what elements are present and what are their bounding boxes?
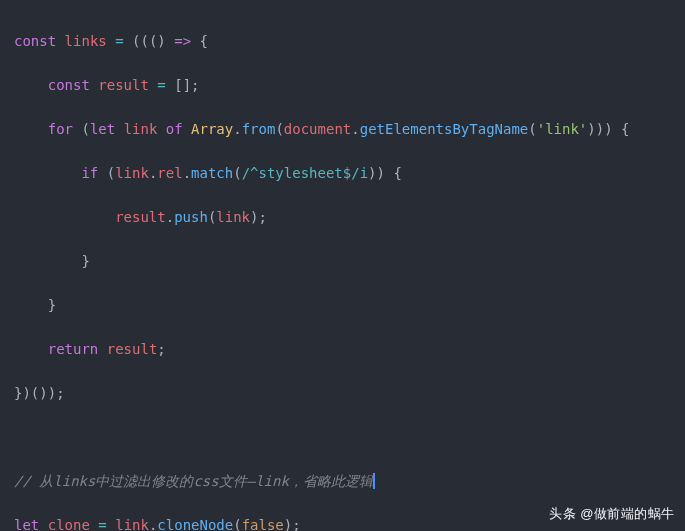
operator: => bbox=[174, 33, 191, 49]
watermark: 头条 @做前端的蜗牛 bbox=[549, 503, 675, 525]
code-line: } bbox=[14, 250, 685, 272]
identifier: result bbox=[107, 341, 158, 357]
function-call: cloneNode bbox=[157, 517, 233, 531]
identifier: clone bbox=[48, 517, 90, 531]
keyword: const bbox=[14, 33, 56, 49]
punct: . bbox=[183, 165, 191, 181]
punct: . bbox=[351, 121, 359, 137]
keyword: for bbox=[48, 121, 73, 137]
regex: /^stylesheet$/i bbox=[242, 165, 368, 181]
comment: // 从links中过滤出修改的css文件—link，省略此逻辑 bbox=[14, 473, 373, 489]
identifier: link bbox=[124, 121, 158, 137]
code-line: const result = []; bbox=[14, 74, 685, 96]
punct: ); bbox=[250, 209, 267, 225]
punct: ( bbox=[233, 517, 241, 531]
code-line: return result; bbox=[14, 338, 685, 360]
punct: } bbox=[48, 297, 56, 313]
punct: . bbox=[166, 209, 174, 225]
function-call: getElementsByTagName bbox=[360, 121, 529, 137]
keyword: if bbox=[81, 165, 98, 181]
punct: . bbox=[233, 121, 241, 137]
punct: )) { bbox=[368, 165, 402, 181]
punct: ; bbox=[157, 341, 165, 357]
code-line: const links = ((() => { bbox=[14, 30, 685, 52]
identifier: result bbox=[115, 209, 166, 225]
punct: ((( bbox=[132, 33, 157, 49]
code-line: // 从links中过滤出修改的css文件—link，省略此逻辑 bbox=[14, 470, 685, 492]
punct: ( bbox=[233, 165, 241, 181]
text-cursor-icon bbox=[373, 473, 375, 489]
punct: })()); bbox=[14, 385, 65, 401]
identifier: links bbox=[65, 33, 107, 49]
identifier: document bbox=[284, 121, 351, 137]
identifier: link bbox=[115, 517, 149, 531]
function-call: match bbox=[191, 165, 233, 181]
code-line: if (link.rel.match(/^stylesheet$/i)) { bbox=[14, 162, 685, 184]
class-name: Array bbox=[191, 121, 233, 137]
operator: = bbox=[157, 77, 165, 93]
punct: { bbox=[191, 33, 208, 49]
punct: ))) { bbox=[587, 121, 629, 137]
code-line: })()); bbox=[14, 382, 685, 404]
keyword: of bbox=[166, 121, 183, 137]
punct: ); bbox=[284, 517, 301, 531]
code-line: result.push(link); bbox=[14, 206, 685, 228]
keyword: return bbox=[48, 341, 99, 357]
punct: ( bbox=[107, 165, 115, 181]
code-editor[interactable]: const links = ((() => { const result = [… bbox=[14, 8, 685, 531]
code-line bbox=[14, 426, 685, 448]
punct: } bbox=[81, 253, 89, 269]
punct: ( bbox=[275, 121, 283, 137]
boolean: false bbox=[242, 517, 284, 531]
punct: ( bbox=[528, 121, 536, 137]
keyword: const bbox=[48, 77, 90, 93]
code-line: } bbox=[14, 294, 685, 316]
keyword: let bbox=[90, 121, 115, 137]
identifier: rel bbox=[157, 165, 182, 181]
keyword: let bbox=[14, 517, 39, 531]
punct: ) bbox=[157, 33, 174, 49]
identifier: link bbox=[115, 165, 149, 181]
operator: = bbox=[115, 33, 123, 49]
function-call: push bbox=[174, 209, 208, 225]
identifier: result bbox=[98, 77, 149, 93]
code-line: for (let link of Array.from(document.get… bbox=[14, 118, 685, 140]
operator: = bbox=[98, 517, 106, 531]
punct: []; bbox=[174, 77, 199, 93]
string: 'link' bbox=[537, 121, 588, 137]
punct: ( bbox=[81, 121, 89, 137]
identifier: link bbox=[216, 209, 250, 225]
function-call: from bbox=[242, 121, 276, 137]
